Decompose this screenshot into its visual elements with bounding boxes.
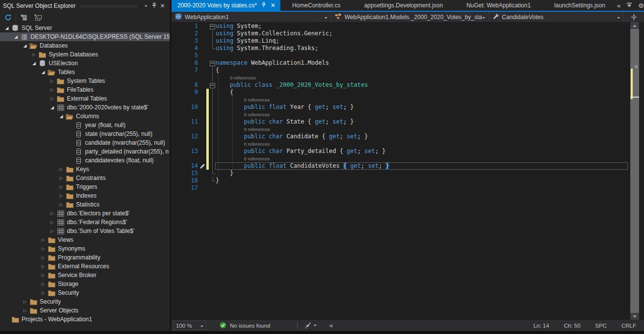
tree-item[interactable]: ◢Databases <box>0 41 170 50</box>
breakpoint-margin[interactable] <box>172 89 188 96</box>
codelens-row[interactable]: 0 references <box>172 74 644 81</box>
code-line[interactable]: 7{ <box>172 67 644 74</box>
tree-item[interactable]: ▷External Tables <box>0 94 170 103</box>
tree-item[interactable]: ◢SQL Server <box>0 24 170 32</box>
tree-item[interactable]: ▷dbo.'Sum of Votes Table$' <box>0 227 170 235</box>
codelens-row[interactable]: 0 references <box>172 111 644 118</box>
expander-icon[interactable]: ▷ <box>39 290 47 295</box>
codelens-references-link[interactable]: 0 references <box>244 112 270 117</box>
member-dropdown[interactable]: CandidateVotes <box>489 12 624 22</box>
expander-icon[interactable]: ▷ <box>21 299 29 304</box>
expander-icon[interactable]: ▷ <box>57 202 65 207</box>
code-text[interactable]: public char Party_detailed { get; set; } <box>216 148 386 155</box>
breakpoint-margin[interactable] <box>172 177 188 184</box>
document-tab[interactable]: NuGet: WebApplication1 <box>455 0 543 11</box>
tree-item[interactable]: state (nvarchar(255), null) <box>0 129 170 138</box>
breakpoint-margin[interactable] <box>172 96 188 103</box>
tree-item[interactable]: ▷Security <box>0 288 170 297</box>
tree-item[interactable]: ▷External Resources <box>0 262 170 271</box>
vertical-scrollbar[interactable] <box>630 22 639 320</box>
code-text[interactable]: { <box>216 67 219 74</box>
code-line[interactable]: 9{ <box>172 89 644 96</box>
document-health-indicator[interactable]: No issues found <box>220 322 270 330</box>
tree-item[interactable]: year (float, null) <box>0 121 170 129</box>
tree-item[interactable]: ▷Programmability <box>0 253 170 262</box>
expander-icon[interactable]: ▷ <box>39 282 47 286</box>
code-text[interactable]: 0 references <box>216 140 270 148</box>
tree-item[interactable]: candidatevotes (float, null) <box>0 156 170 165</box>
line-indicator[interactable]: Ln: 14 <box>533 323 549 329</box>
code-text[interactable]: } <box>216 170 233 177</box>
breakpoint-margin[interactable] <box>172 140 188 148</box>
expander-icon[interactable]: ▷ <box>57 193 65 198</box>
expander-icon[interactable]: ▷ <box>49 96 56 101</box>
tree-item[interactable]: ▷FileTables <box>0 85 170 94</box>
breakpoint-margin[interactable] <box>172 118 188 126</box>
project-dropdown[interactable]: WebApplication1 <box>172 12 331 22</box>
tree-item[interactable]: ◢dbo.'2000-2020votes by state$' <box>0 103 170 112</box>
codelens-row[interactable]: 0 references <box>172 140 644 148</box>
expander-icon[interactable]: ▷ <box>39 264 47 269</box>
tree-item[interactable]: ▷Server Objects <box>0 306 170 315</box>
code-line[interactable]: 14public float CandidateVotes { get; set… <box>172 162 644 170</box>
hscroll-left-arrow-icon[interactable]: ◀ <box>328 323 332 328</box>
expander-icon[interactable]: ▷ <box>39 237 47 242</box>
tree-item[interactable]: ▷Security <box>0 297 170 306</box>
tree-item[interactable]: ▷Indexes <box>0 191 170 200</box>
breakpoint-margin[interactable] <box>172 155 188 162</box>
expander-icon[interactable]: ▷ <box>39 246 47 251</box>
scrollbar-down-arrow-icon[interactable] <box>630 313 639 320</box>
codelens-references-link[interactable]: 0 references <box>244 127 270 132</box>
breakpoint-margin[interactable] <box>172 74 188 81</box>
expander-icon[interactable]: ▷ <box>49 87 56 92</box>
code-text[interactable]: 0 references <box>216 96 270 103</box>
breakpoint-margin[interactable] <box>172 170 188 177</box>
scrollbar-up-arrow-icon[interactable] <box>630 22 639 29</box>
breakpoint-margin[interactable] <box>172 52 188 59</box>
tree-item[interactable]: ◢Tables <box>0 68 170 77</box>
code-text[interactable]: 0 references <box>216 111 270 118</box>
line-ending-indicator[interactable]: CRLF <box>621 323 636 329</box>
expander-icon[interactable]: ▷ <box>49 220 56 225</box>
code-text[interactable]: using System.Collections.Generic; <box>216 30 332 37</box>
code-line[interactable]: 12public char Candidate { get; set; } <box>172 133 644 140</box>
code-line[interactable]: 17 <box>172 184 644 192</box>
codelens-references-link[interactable]: 0 references <box>230 75 256 80</box>
codelens-references-link[interactable]: 0 references <box>244 156 270 161</box>
refresh-icon[interactable] <box>2 12 14 23</box>
panel-pin-icon[interactable] <box>150 2 158 9</box>
code-text[interactable]: 0 references <box>216 155 270 162</box>
code-text[interactable]: using System.Linq; <box>216 37 279 45</box>
active-files-dropdown-icon[interactable] <box>626 1 632 10</box>
tree-item[interactable]: ▷dbo.'Electors per state$' <box>0 209 170 218</box>
expander-icon[interactable]: ▷ <box>57 184 65 189</box>
tree-item[interactable]: ◢DESKTOP-N1DL64C\SQLEXPRESS (SQL Server … <box>0 32 170 41</box>
tree-item[interactable]: party_detailed (nvarchar(255), n <box>0 147 170 156</box>
column-indicator[interactable]: Ch: 50 <box>564 323 580 329</box>
code-text[interactable]: public class _2000_2020_Votes_by_states <box>216 81 368 89</box>
split-window-icon[interactable] <box>624 12 644 22</box>
code-line[interactable]: 10public float Year { get; set; } <box>172 103 644 111</box>
gear-icon[interactable]: ⚙ <box>638 2 644 9</box>
code-editor[interactable]: 1using System;2using System.Collections.… <box>172 22 644 320</box>
zoom-dropdown[interactable]: 100 % <box>173 321 206 330</box>
tree-item[interactable]: ▷Views <box>0 235 170 244</box>
document-tab[interactable]: HomeController.cs <box>280 0 352 11</box>
code-line[interactable]: 2using System.Collections.Generic; <box>172 30 644 37</box>
code-line[interactable]: 16} <box>172 177 644 184</box>
code-line[interactable]: 1using System; <box>172 23 644 30</box>
breakpoint-margin[interactable] <box>172 45 188 52</box>
expander-icon[interactable]: ◢ <box>12 34 20 39</box>
tree-item[interactable]: Projects - WebApplication1 <box>0 315 170 324</box>
breakpoint-margin[interactable] <box>172 30 188 37</box>
expander-icon[interactable]: ▷ <box>39 255 47 260</box>
code-text[interactable]: using System.Threading.Tasks; <box>216 45 319 52</box>
tree-item[interactable]: ▷System Databases <box>0 50 170 59</box>
breakpoint-margin[interactable] <box>172 148 188 155</box>
breakpoint-margin[interactable] <box>172 103 188 111</box>
tree-item[interactable]: ▷Constraints <box>0 174 170 182</box>
panel-title-bar[interactable]: SQL Server Object Explorer ✕ <box>0 0 170 11</box>
tree-item[interactable]: ◢Columns <box>0 112 170 121</box>
code-text[interactable]: } <box>216 177 219 184</box>
codelens-references-link[interactable]: 0 references <box>244 141 270 147</box>
